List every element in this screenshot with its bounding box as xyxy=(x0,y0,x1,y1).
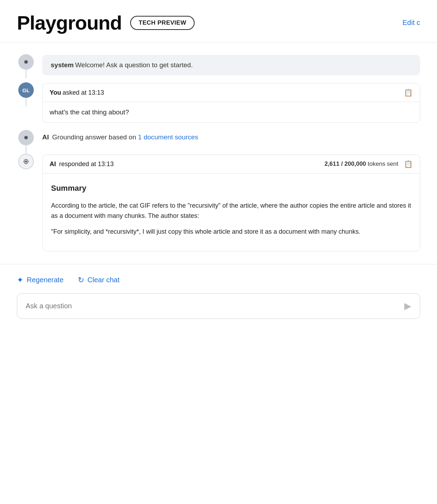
svg-point-1 xyxy=(24,136,28,139)
clear-chat-label: Clear chat xyxy=(88,276,120,284)
response-paragraph-2: "For simplicity, and *recursivity*, I wi… xyxy=(51,227,411,237)
ai-response-row: AI responded at 13:13 2,611 / 200,000 to… xyxy=(17,154,420,258)
response-paragraph-1: According to the article, the cat GIF re… xyxy=(51,201,411,221)
user-message-header: Youasked at 13:13 📋 xyxy=(43,83,420,102)
ai-response-avatar-col xyxy=(17,154,35,169)
regenerate-button[interactable]: ✦ Regenerate xyxy=(17,276,64,285)
ai-response-header: AI responded at 13:13 2,611 / 200,000 to… xyxy=(43,155,420,174)
ai-clipboard-icon[interactable]: 📋 xyxy=(404,160,413,168)
timeline-line-1 xyxy=(26,70,26,78)
system-avatar-col xyxy=(17,54,35,78)
tokens-count: 2,611 / 200,000 xyxy=(324,160,366,167)
tokens-info: 2,611 / 200,000 tokens sent xyxy=(324,160,398,168)
ai-label-response: AI xyxy=(50,160,56,168)
question-input[interactable] xyxy=(26,302,404,310)
user-timestamp: asked at 13:13 xyxy=(63,89,104,96)
timeline-line-2 xyxy=(26,98,26,106)
user-row: GL Youasked at 13:13 📋 what's the cat th… xyxy=(17,82,420,130)
sparkle-icon: ✦ xyxy=(17,276,23,285)
you-label: You xyxy=(50,89,61,96)
svg-rect-3 xyxy=(25,161,27,163)
user-avatar: GL xyxy=(18,82,34,98)
response-heading: Summary xyxy=(51,182,411,194)
ai-grounding-avatar-col xyxy=(17,130,35,154)
system-row: systemWelcome! Ask a question to get sta… xyxy=(17,54,420,82)
clipboard-icon[interactable]: 📋 xyxy=(404,88,413,97)
ai-grounding-message-col: AI Grounding answer based on 1 document … xyxy=(42,130,420,151)
ai-response-body: Summary According to the article, the ca… xyxy=(43,174,420,251)
system-message-box: systemWelcome! Ask a question to get sta… xyxy=(42,55,420,75)
grounding-link[interactable]: 1 document sources xyxy=(138,133,198,141)
timeline-line-3 xyxy=(26,145,26,154)
ai-chip-avatar xyxy=(18,154,34,169)
user-message-col: Youasked at 13:13 📋 what's the cat thing… xyxy=(42,82,420,130)
refresh-icon: ↻ xyxy=(78,276,84,285)
user-message-box: Youasked at 13:13 📋 what's the cat thing… xyxy=(42,83,420,123)
input-area: ▶ xyxy=(0,293,437,336)
input-box: ▶ xyxy=(17,293,420,319)
ai-response-box: AI responded at 13:13 2,611 / 200,000 to… xyxy=(42,155,420,251)
actions-row: ✦ Regenerate ↻ Clear chat xyxy=(0,264,437,293)
chat-area: systemWelcome! Ask a question to get sta… xyxy=(0,43,437,258)
system-avatar xyxy=(18,54,34,70)
ai-label-grounding: AI xyxy=(42,133,49,141)
ai-grounding-row: AI Grounding answer based on 1 document … xyxy=(17,130,420,154)
ai-response-message-col: AI responded at 13:13 2,611 / 200,000 to… xyxy=(42,154,420,258)
user-header-text: Youasked at 13:13 xyxy=(50,89,104,96)
user-avatar-col: GL xyxy=(17,82,35,106)
ai-response-header-right: 2,611 / 200,000 tokens sent 📋 xyxy=(324,160,413,168)
grounding-message: AI Grounding answer based on 1 document … xyxy=(42,131,420,144)
regenerate-label: Regenerate xyxy=(27,276,64,284)
grounding-text: Grounding answer based on xyxy=(52,133,138,141)
edit-button[interactable]: Edit c xyxy=(403,19,420,27)
system-message-text: Welcome! Ask a question to get started. xyxy=(75,61,193,69)
send-button[interactable]: ▶ xyxy=(404,301,411,311)
page-title: Playground xyxy=(17,11,122,34)
ai-responded-text: AI responded at 13:13 xyxy=(50,160,114,168)
ai-responded-timestamp: responded at 13:13 xyxy=(59,160,114,168)
send-icon: ▶ xyxy=(404,301,411,311)
tech-preview-badge: TECH PREVIEW xyxy=(130,16,195,30)
svg-point-0 xyxy=(24,60,28,64)
system-label: system xyxy=(51,61,74,69)
clear-chat-button[interactable]: ↻ Clear chat xyxy=(78,276,120,285)
header: Playground TECH PREVIEW Edit c xyxy=(0,0,437,43)
user-message-body: what's the cat thing about? xyxy=(43,102,420,122)
chat-timeline: systemWelcome! Ask a question to get sta… xyxy=(17,54,420,258)
ai-grounding-avatar xyxy=(18,130,34,145)
system-message-col: systemWelcome! Ask a question to get sta… xyxy=(42,54,420,82)
tokens-suffix: tokens sent xyxy=(366,160,398,167)
